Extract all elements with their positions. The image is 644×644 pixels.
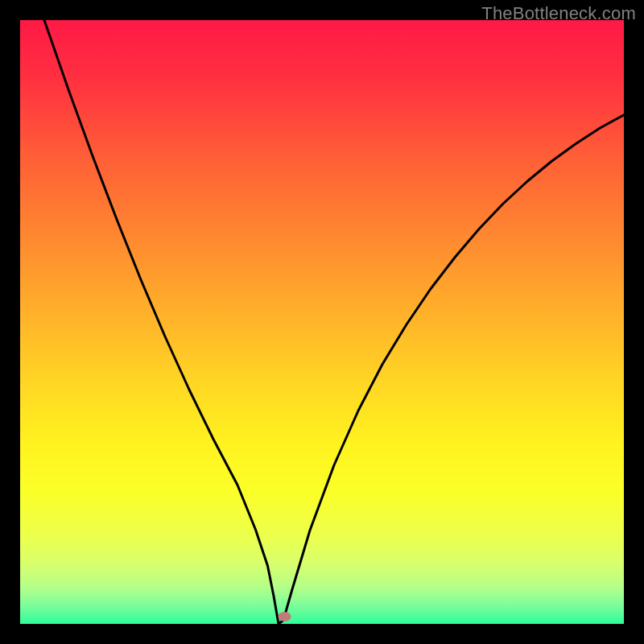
chart-frame: TheBottleneck.com <box>0 0 644 644</box>
chart-svg <box>20 20 624 624</box>
gradient-background <box>20 20 624 624</box>
chart-plot <box>20 20 624 624</box>
minimum-marker <box>279 612 291 621</box>
